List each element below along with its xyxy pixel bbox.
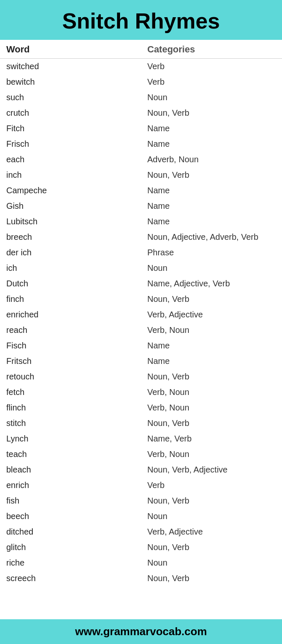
categories-cell: Noun, Verb: [141, 415, 282, 431]
word-cell: riche: [0, 555, 141, 571]
categories-cell: Verb: [141, 478, 282, 493]
table-row: ichNoun: [0, 260, 282, 276]
word-cell: enrich: [0, 478, 141, 493]
word-cell: glitch: [0, 540, 141, 555]
table-row: bleachNoun, Verb, Adjective: [0, 462, 282, 478]
table-row: CampecheName: [0, 183, 282, 198]
table-row: retouchNoun, Verb: [0, 369, 282, 384]
categories-cell: Noun, Verb: [141, 167, 282, 183]
categories-cell: Name: [141, 198, 282, 214]
word-cell: bewitch: [0, 74, 141, 90]
categories-cell: Noun: [141, 90, 282, 105]
col-categories-header: Categories: [141, 40, 282, 59]
word-cell: Campeche: [0, 183, 141, 198]
word-cell: Dutch: [0, 276, 141, 291]
word-cell: Fisch: [0, 338, 141, 353]
categories-cell: Noun: [141, 509, 282, 524]
col-word-header: Word: [0, 40, 141, 59]
table-row: richeNoun: [0, 555, 282, 571]
categories-cell: Verb: [141, 59, 282, 75]
table-row: flinchVerb, Noun: [0, 400, 282, 415]
table-row: DutchName, Adjective, Verb: [0, 276, 282, 291]
word-cell: each: [0, 152, 141, 167]
categories-cell: Name: [141, 121, 282, 136]
word-cell: enriched: [0, 307, 141, 322]
word-cell: beech: [0, 509, 141, 524]
categories-cell: Name: [141, 338, 282, 353]
table-row: switchedVerb: [0, 59, 282, 75]
word-cell: finch: [0, 291, 141, 307]
page-header: Snitch Rhymes: [0, 0, 282, 40]
table-row: fetchVerb, Noun: [0, 384, 282, 400]
categories-cell: Noun: [141, 260, 282, 276]
word-cell: inch: [0, 167, 141, 183]
word-cell: teach: [0, 447, 141, 462]
table-row: finchNoun, Verb: [0, 291, 282, 307]
word-cell: ditched: [0, 524, 141, 540]
table-row: FritschName: [0, 353, 282, 369]
word-cell: flinch: [0, 400, 141, 415]
categories-cell: Noun, Verb, Adjective: [141, 462, 282, 478]
table-row: fishNoun, Verb: [0, 493, 282, 509]
categories-cell: Noun, Verb: [141, 540, 282, 555]
table-row: glitchNoun, Verb: [0, 540, 282, 555]
table-header: Word Categories: [0, 40, 282, 59]
table-row: stitchNoun, Verb: [0, 415, 282, 431]
table-row: crutchNoun, Verb: [0, 105, 282, 121]
categories-cell: Name, Verb: [141, 431, 282, 447]
categories-cell: Name: [141, 214, 282, 229]
categories-cell: Noun: [141, 555, 282, 571]
table-row: LynchName, Verb: [0, 431, 282, 447]
categories-cell: Noun, Verb: [141, 291, 282, 307]
main-content: Word Categories switchedVerbbewitchVerbs…: [0, 40, 282, 619]
table-row: eachAdverb, Noun: [0, 152, 282, 167]
word-cell: such: [0, 90, 141, 105]
table-row: der ichPhrase: [0, 245, 282, 260]
word-cell: bleach: [0, 462, 141, 478]
categories-cell: Noun, Verb: [141, 369, 282, 384]
word-cell: Gish: [0, 198, 141, 214]
table-row: reachVerb, Noun: [0, 322, 282, 338]
categories-cell: Noun, Verb: [141, 571, 282, 586]
page-footer: www.grammarvocab.com: [0, 619, 282, 644]
categories-cell: Name: [141, 353, 282, 369]
categories-cell: Noun, Adjective, Adverb, Verb: [141, 229, 282, 245]
word-cell: ich: [0, 260, 141, 276]
categories-cell: Verb, Noun: [141, 447, 282, 462]
categories-cell: Verb, Noun: [141, 384, 282, 400]
table-body: switchedVerbbewitchVerbsuchNouncrutchNou…: [0, 59, 282, 587]
categories-cell: Verb: [141, 74, 282, 90]
table-row: LubitschName: [0, 214, 282, 229]
word-cell: breech: [0, 229, 141, 245]
word-cell: Lubitsch: [0, 214, 141, 229]
page-title: Snitch Rhymes: [4, 8, 278, 34]
word-cell: reach: [0, 322, 141, 338]
table-row: beechNoun: [0, 509, 282, 524]
word-cell: stitch: [0, 415, 141, 431]
word-cell: Fritsch: [0, 353, 141, 369]
table-row: FischName: [0, 338, 282, 353]
table-row: bewitchVerb: [0, 74, 282, 90]
table-row: enrichedVerb, Adjective: [0, 307, 282, 322]
word-cell: der ich: [0, 245, 141, 260]
word-cell: Lynch: [0, 431, 141, 447]
table-row: enrichVerb: [0, 478, 282, 493]
table-row: teachVerb, Noun: [0, 447, 282, 462]
table-row: breechNoun, Adjective, Adverb, Verb: [0, 229, 282, 245]
categories-cell: Adverb, Noun: [141, 152, 282, 167]
footer-url: www.grammarvocab.com: [75, 625, 207, 638]
categories-cell: Name: [141, 136, 282, 152]
table-row: FitchName: [0, 121, 282, 136]
categories-cell: Noun, Verb: [141, 493, 282, 509]
table-row: inchNoun, Verb: [0, 167, 282, 183]
table-row: ditchedVerb, Adjective: [0, 524, 282, 540]
categories-cell: Verb, Noun: [141, 400, 282, 415]
categories-cell: Phrase: [141, 245, 282, 260]
word-cell: screech: [0, 571, 141, 586]
word-cell: switched: [0, 59, 141, 75]
categories-cell: Noun, Verb: [141, 105, 282, 121]
word-cell: fetch: [0, 384, 141, 400]
table-row: FrischName: [0, 136, 282, 152]
word-cell: Fitch: [0, 121, 141, 136]
categories-cell: Verb, Noun: [141, 322, 282, 338]
